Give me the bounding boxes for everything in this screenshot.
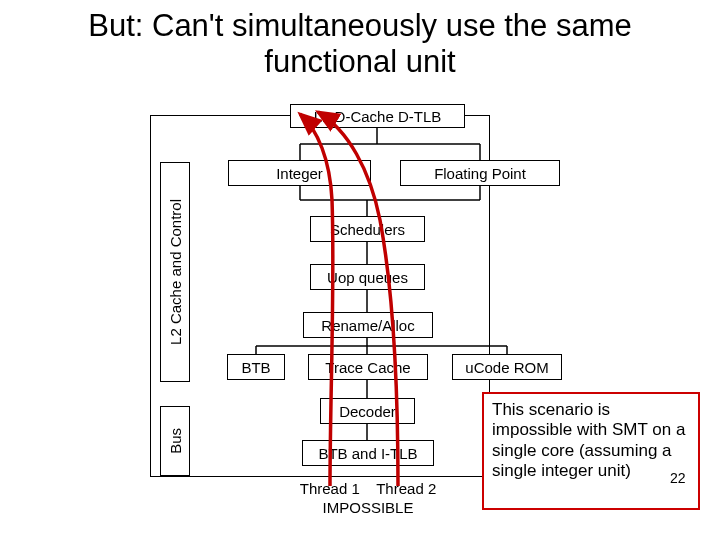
bus-label: Bus (167, 428, 184, 454)
integer-block: Integer (228, 160, 371, 186)
btb2-label: BTB and I-TLB (318, 445, 417, 462)
page-number: 22 (670, 470, 686, 486)
uopq-label: Uop queues (327, 269, 408, 286)
fp-label: Floating Point (434, 165, 526, 182)
btb-block: BTB (227, 354, 285, 380)
l2-label: L2 Cache and Control (167, 199, 184, 345)
thread-labels: Thread 1 Thread 2 IMPOSSIBLE (263, 480, 473, 518)
trace-cache-block: Trace Cache (308, 354, 428, 380)
rename-label: Rename/Alloc (321, 317, 414, 334)
ucode-rom-block: uCode ROM (452, 354, 562, 380)
impossible-label: IMPOSSIBLE (323, 499, 414, 516)
uop-queues-block: Uop queues (310, 264, 425, 290)
note-text: This scenario is impossible with SMT on … (492, 400, 685, 480)
thread1-label: Thread 1 (300, 480, 360, 497)
scenario-note: This scenario is impossible with SMT on … (482, 392, 700, 510)
fp-block: Floating Point (400, 160, 560, 186)
trace-label: Trace Cache (325, 359, 410, 376)
btb-label: BTB (241, 359, 270, 376)
thread2-label: Thread 2 (376, 480, 436, 497)
ucode-label: uCode ROM (465, 359, 548, 376)
rename-alloc-block: Rename/Alloc (303, 312, 433, 338)
bus-block: Bus (160, 406, 190, 476)
integer-label: Integer (276, 165, 323, 182)
decoder-block: Decoder (320, 398, 415, 424)
l2-cache-control-block: L2 Cache and Control (160, 162, 190, 382)
pipeline-diagram: L1 D-Cache D-TLB Integer Floating Point … (0, 100, 720, 540)
l1-label: L1 D-Cache D-TLB (314, 108, 442, 125)
decoder-label: Decoder (339, 403, 396, 420)
schedulers-label: Schedulers (330, 221, 405, 238)
btb-itlb-block: BTB and I-TLB (302, 440, 434, 466)
l1-dcache-block: L1 D-Cache D-TLB (290, 104, 465, 128)
schedulers-block: Schedulers (310, 216, 425, 242)
page-title: But: Can't simultaneously use the same f… (0, 0, 720, 83)
